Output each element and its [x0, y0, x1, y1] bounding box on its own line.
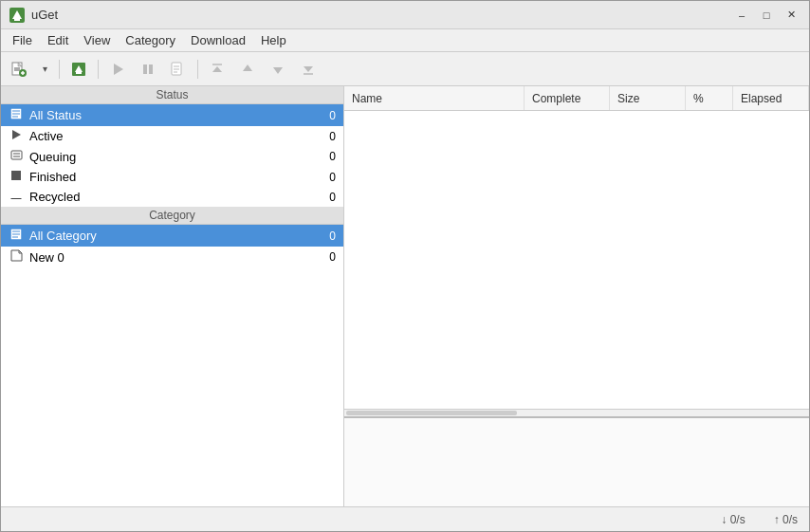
sidebar-item-active[interactable]: Active 0 — [1, 126, 343, 146]
recycled-count: 0 — [329, 191, 336, 204]
download-speed: ↓ 0/s — [721, 513, 745, 526]
menu-help[interactable]: Help — [253, 31, 294, 49]
queuing-icon — [9, 149, 24, 164]
new0-icon — [9, 249, 24, 265]
col-header-elapsed: Elapsed — [733, 86, 809, 110]
properties-icon — [171, 62, 186, 77]
toolbar-separator-2 — [98, 60, 99, 79]
statusbar: ↓ 0/s ↑ 0/s — [1, 506, 809, 531]
svg-marker-23 — [273, 67, 283, 74]
pause-icon — [141, 63, 155, 76]
svg-rect-34 — [11, 171, 21, 180]
svg-rect-14 — [143, 64, 147, 74]
new-download-button[interactable] — [5, 56, 33, 83]
all-category-count: 0 — [329, 229, 336, 243]
move-down-button[interactable] — [264, 56, 292, 83]
app-title: uGet — [31, 8, 58, 22]
new-download-icon — [10, 61, 28, 78]
col-header-complete: Complete — [525, 86, 610, 110]
start-icon — [111, 63, 124, 76]
sidebar: Status All Status 0 Active 0 Queuin — [1, 86, 344, 506]
new0-label: New 0 — [29, 250, 323, 265]
move-top-icon — [211, 63, 224, 76]
save-icon — [70, 61, 87, 78]
toolbar-separator-1 — [59, 60, 60, 79]
move-down-icon — [271, 63, 285, 76]
active-count: 0 — [329, 130, 336, 143]
move-bottom-icon — [302, 63, 315, 76]
menu-view[interactable]: View — [76, 31, 118, 49]
properties-button[interactable] — [164, 56, 193, 83]
main-content: Status All Status 0 Active 0 Queuin — [1, 86, 809, 506]
start-button[interactable] — [103, 56, 132, 83]
titlebar-left: uGet — [9, 7, 58, 24]
col-header-size: Size — [610, 86, 686, 110]
titlebar: uGet – □ ✕ — [1, 1, 809, 29]
sidebar-item-new0[interactable]: New 0 0 — [1, 247, 343, 267]
all-status-label: All Status — [29, 108, 323, 122]
move-up-icon — [241, 63, 254, 76]
queuing-count: 0 — [329, 150, 336, 163]
new-download-dropdown[interactable]: ▾ — [35, 56, 54, 83]
toolbar: ▾ — [1, 52, 809, 86]
new0-count: 0 — [329, 250, 336, 264]
sidebar-item-recycled[interactable]: — Recycled 0 — [1, 187, 343, 207]
recycled-icon: — — [9, 192, 24, 203]
menu-category[interactable]: Category — [118, 31, 183, 49]
svg-rect-31 — [11, 151, 22, 159]
category-section-header: Category — [1, 207, 343, 225]
svg-marker-25 — [304, 66, 313, 72]
bottom-panel — [344, 416, 809, 506]
all-status-icon — [9, 107, 24, 123]
svg-rect-15 — [149, 64, 153, 74]
queuing-label: Queuing — [29, 150, 323, 164]
table-header: Name Complete Size % Elapsed — [344, 86, 809, 111]
active-icon — [9, 129, 24, 143]
all-status-count: 0 — [329, 109, 336, 122]
close-button[interactable]: ✕ — [781, 5, 801, 26]
main-window: uGet – □ ✕ File Edit View Category Downl… — [0, 0, 810, 532]
move-up-button[interactable] — [233, 56, 262, 83]
svg-rect-2 — [14, 19, 20, 21]
status-section-header: Status — [1, 86, 343, 104]
svg-marker-21 — [212, 66, 222, 72]
minimize-button[interactable]: – — [731, 5, 752, 26]
all-category-label: All Category — [29, 229, 323, 243]
finished-label: Finished — [29, 170, 323, 184]
active-label: Active — [29, 129, 323, 143]
right-panel: Name Complete Size % Elapsed — [344, 86, 809, 506]
finished-count: 0 — [329, 171, 336, 184]
all-category-icon — [9, 228, 24, 244]
svg-marker-13 — [114, 64, 123, 75]
save-button[interactable] — [64, 56, 93, 83]
menu-edit[interactable]: Edit — [40, 31, 76, 49]
finished-icon — [9, 170, 24, 184]
col-header-percent: % — [686, 86, 733, 110]
svg-rect-12 — [76, 72, 82, 74]
col-header-name: Name — [344, 86, 525, 110]
sidebar-item-all-status[interactable]: All Status 0 — [1, 104, 343, 126]
recycled-label: Recycled — [29, 190, 323, 204]
toolbar-separator-3 — [197, 60, 198, 79]
svg-marker-30 — [12, 130, 21, 139]
menu-file[interactable]: File — [5, 31, 40, 49]
pause-button[interactable] — [134, 56, 162, 83]
sidebar-item-all-category[interactable]: All Category 0 — [1, 225, 343, 247]
scrollbar-thumb — [346, 411, 517, 415]
titlebar-controls: – □ ✕ — [731, 5, 801, 26]
table-body — [344, 111, 809, 409]
move-bottom-button[interactable] — [294, 56, 322, 83]
sidebar-item-finished[interactable]: Finished 0 — [1, 167, 343, 187]
sidebar-item-queuing[interactable]: Queuing 0 — [1, 146, 343, 167]
menubar: File Edit View Category Download Help — [1, 29, 809, 52]
horizontal-scrollbar[interactable] — [344, 409, 809, 416]
svg-marker-22 — [243, 64, 252, 71]
upload-speed: ↑ 0/s — [774, 513, 798, 526]
menu-download[interactable]: Download — [183, 31, 253, 49]
maximize-button[interactable]: □ — [756, 5, 777, 26]
app-icon — [9, 7, 26, 24]
move-top-button[interactable] — [203, 56, 231, 83]
